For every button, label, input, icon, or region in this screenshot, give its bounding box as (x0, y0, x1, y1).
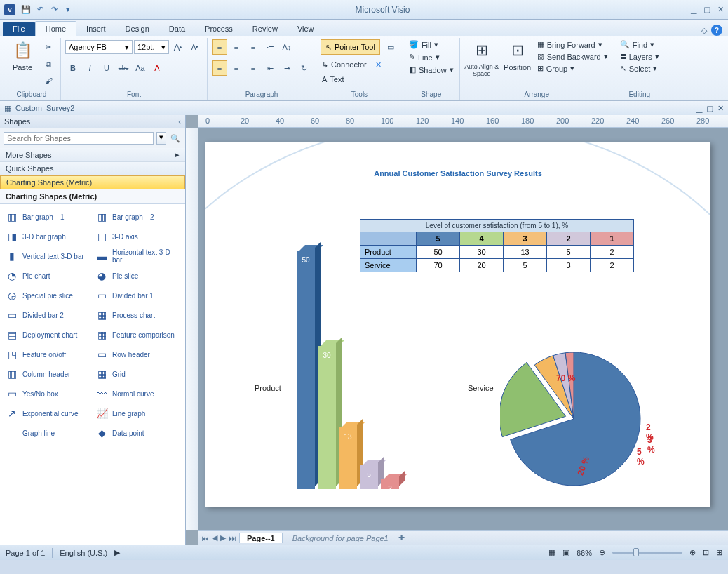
shape-item[interactable]: 〰Normal curve (93, 384, 182, 403)
line-button[interactable]: ✎ Line ▾ (407, 52, 441, 62)
shape-item[interactable]: ▦Grid (93, 364, 182, 384)
font-size-combo[interactable]: 12pt.▾ (134, 40, 169, 54)
format-painter-icon[interactable]: 🖌 (41, 73, 56, 88)
more-shapes-row[interactable]: More Shapes▸ (0, 148, 185, 162)
fill-button[interactable]: 🪣 Fill ▾ (407, 39, 440, 50)
rectangle-tool-icon[interactable]: ▭ (383, 39, 398, 55)
shape-item[interactable]: ◔Pie chart (3, 266, 93, 286)
tab-home[interactable]: Home (35, 21, 76, 36)
full-screen-icon[interactable]: ▣ (562, 548, 569, 557)
fit-page-icon[interactable]: ⊡ (703, 548, 709, 557)
tab-process[interactable]: Process (195, 22, 243, 36)
page-scroll[interactable]: Annual Customer Satisfaction Survey Resu… (198, 128, 728, 530)
next-page-icon[interactable]: ▶ (220, 533, 226, 542)
shape-item[interactable]: ▮Vertical text 3-D bar (3, 246, 93, 266)
tab-review[interactable]: Review (243, 22, 288, 36)
paste-button[interactable]: 📋 Paste (7, 39, 38, 72)
shape-item[interactable]: ▥Column header (3, 364, 93, 384)
undo-icon[interactable]: ↶ (34, 4, 46, 16)
shape-item[interactable]: ▥Bar graph 2 (93, 207, 182, 227)
search-icon[interactable]: 🔍 (169, 132, 182, 145)
auto-align-button[interactable]: ⊞ Auto Align & Space (464, 39, 499, 77)
shape-item[interactable]: ▭Row header (93, 345, 182, 364)
cut-icon[interactable]: ✂ (41, 39, 56, 55)
text-direction-icon[interactable]: A↕ (279, 39, 295, 55)
background-tab[interactable]: Background for page Page1 (285, 533, 396, 543)
macro-record-icon[interactable]: ▶ (114, 548, 120, 557)
bring-forward-button[interactable]: ▦ Bring Forward ▾ (536, 39, 609, 50)
maximize-icon[interactable]: ▢ (703, 5, 710, 14)
shrink-font-icon[interactable]: A▾ (187, 39, 203, 55)
connector-tool-button[interactable]: ↳ Connector (321, 57, 368, 72)
prev-page-icon[interactable]: ◀ (212, 533, 217, 542)
drawing-page[interactable]: Annual Customer Satisfaction Survey Resu… (205, 142, 710, 507)
connection-point-icon[interactable]: ✕ (371, 57, 386, 72)
shape-item[interactable]: ◳Feature on/off (3, 345, 93, 364)
shape-item[interactable]: ◨3-D bar graph (3, 227, 93, 246)
shapes-search-input[interactable] (4, 132, 154, 145)
rotate-text-icon[interactable]: ↻ (296, 60, 311, 76)
shape-item[interactable]: ◫3-D axis (93, 227, 182, 246)
align-center-icon[interactable]: ≡ (229, 60, 244, 76)
shape-item[interactable]: ◶Special pie slice (3, 286, 93, 305)
shape-item[interactable]: ▥Bar graph 1 (3, 207, 93, 227)
strike-button[interactable]: abc (116, 60, 131, 76)
shape-item[interactable]: ▭Yes/No box (3, 384, 93, 403)
inc-indent-icon[interactable]: ⇥ (279, 60, 295, 76)
last-page-icon[interactable]: ⏭ (229, 534, 236, 542)
send-backward-button[interactable]: ▧ Send Backward ▾ (536, 51, 609, 62)
shape-item[interactable]: —Graph line (3, 423, 93, 443)
align-middle-icon[interactable]: ≡ (229, 39, 244, 55)
copy-icon[interactable]: ⧉ (41, 56, 56, 72)
tab-insert[interactable]: Insert (76, 22, 116, 36)
tab-file[interactable]: File (3, 22, 35, 36)
shape-item[interactable]: ▤Deployment chart (3, 325, 93, 345)
qat-dropdown-icon[interactable]: ▾ (62, 4, 74, 16)
text-tool-button[interactable]: A Text (321, 74, 346, 84)
shape-item[interactable]: ▬Horizontal text 3-D bar (93, 246, 182, 266)
font-name-combo[interactable]: Agency FB▾ (65, 40, 133, 54)
select-button[interactable]: ↖ Select ▾ (619, 63, 659, 74)
zoom-out-icon[interactable]: ⊖ (599, 548, 605, 557)
align-right-icon[interactable]: ≡ (245, 60, 261, 76)
shape-item[interactable]: ▦Feature comparison (93, 325, 182, 345)
tab-view[interactable]: View (288, 22, 324, 36)
case-button[interactable]: Aa (133, 60, 148, 76)
shape-item[interactable]: ▭Divided bar 1 (93, 286, 182, 305)
shadow-button[interactable]: ◧ Shadow ▾ (407, 65, 455, 75)
group-button[interactable]: ⊞ Group ▾ (536, 63, 609, 74)
shape-item[interactable]: 📈Line graph (93, 403, 182, 423)
shape-item[interactable]: ◆Data point (93, 423, 182, 443)
shape-item[interactable]: ▭Divided bar 2 (3, 305, 93, 325)
help-icon[interactable]: ? (711, 25, 722, 36)
search-dropdown-icon[interactable]: ▾ (156, 132, 166, 145)
redo-icon[interactable]: ↷ (48, 4, 60, 16)
bold-button[interactable]: B (65, 60, 81, 76)
tab-data[interactable]: Data (159, 22, 195, 36)
first-page-icon[interactable]: ⏮ (201, 534, 209, 542)
doc-minimize-icon[interactable]: ▁ (696, 104, 702, 113)
quick-shapes-row[interactable]: Quick Shapes (0, 162, 185, 175)
minimize-icon[interactable]: ▁ (691, 5, 696, 14)
underline-button[interactable]: U (99, 60, 114, 76)
collapse-shapes-icon[interactable]: ‹ (178, 117, 181, 126)
grow-font-icon[interactable]: A▴ (170, 39, 186, 55)
doc-close-icon[interactable]: ✕ (717, 104, 724, 113)
bullets-icon[interactable]: ≔ (262, 39, 278, 55)
tab-design[interactable]: Design (116, 22, 159, 36)
shape-item[interactable]: ↗Exponential curve (3, 403, 93, 423)
position-button[interactable]: ⊡ Position (502, 39, 533, 72)
font-color-button[interactable]: A (149, 60, 165, 76)
page-tab-1[interactable]: Page--1 (239, 533, 283, 543)
shape-item[interactable]: ◕Pie slice (93, 266, 182, 286)
layers-button[interactable]: ≣ Layers ▾ (619, 51, 661, 62)
collapse-ribbon-icon[interactable]: ◇ (701, 26, 707, 35)
align-top-icon[interactable]: ≡ (212, 39, 227, 55)
align-bottom-icon[interactable]: ≡ (245, 39, 261, 55)
find-button[interactable]: 🔍 Find ▾ (619, 39, 656, 50)
presentation-mode-icon[interactable]: ▦ (548, 548, 555, 557)
zoom-in-icon[interactable]: ⊕ (689, 548, 696, 557)
new-page-icon[interactable]: ✚ (398, 533, 405, 542)
close-icon[interactable]: ✕ (717, 5, 724, 14)
doc-restore-icon[interactable]: ▢ (706, 104, 713, 113)
